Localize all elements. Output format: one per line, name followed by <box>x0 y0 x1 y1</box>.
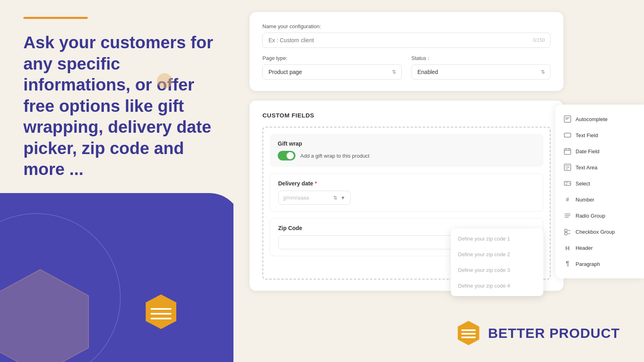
date-dropdown-icon: ▼ <box>341 195 345 201</box>
sidebar-item-text-area[interactable]: Text Area <box>555 159 644 175</box>
gift-wrap-toggle[interactable] <box>278 151 295 160</box>
hero-text: Ask your customers for any specific info… <box>23 32 221 180</box>
delivery-date-title: Delivery date * <box>278 180 535 187</box>
decorative-circle-3 <box>157 73 172 88</box>
brand-hex-icon <box>456 320 481 346</box>
svg-rect-24 <box>565 229 567 232</box>
name-input-wrapper: 0/150 <box>262 33 551 48</box>
autocomplete-icon <box>564 115 572 123</box>
text-field-icon <box>564 131 572 139</box>
zip-dropdown: Define your zip code 1 Define your zip c… <box>451 228 543 296</box>
required-star: * <box>315 180 317 187</box>
date-input[interactable]: jj/mm/aaaa ⇅ ▼ <box>278 191 351 205</box>
number-label: Number <box>576 197 594 203</box>
zip-option-3[interactable]: Define your zip code 3 <box>451 262 543 278</box>
svg-rect-26 <box>565 232 567 235</box>
brand-logo: BETTER PRODUCT <box>456 320 620 346</box>
sidebar-item-select[interactable]: Select <box>555 175 644 191</box>
sidebar-item-number[interactable]: # Number <box>555 191 644 208</box>
char-count: 0/150 <box>533 37 545 43</box>
gift-wrap-title: Gift wrap <box>278 140 535 147</box>
section-title: CUSTOM FIELDS <box>262 112 551 119</box>
purple-background <box>0 193 233 362</box>
select-icon <box>564 179 572 187</box>
paragraph-icon: ¶ <box>564 260 572 268</box>
row-fields: Page type: Product page Cart page Checko… <box>262 55 551 80</box>
select-label: Select <box>576 181 590 187</box>
gift-wrap-widget: Gift wrap Add a gift wrap to this produc… <box>270 134 543 167</box>
name-input[interactable] <box>262 33 551 48</box>
status-select-wrapper: Enabled Disabled <box>411 64 551 80</box>
date-stepper-icon: ⇅ <box>333 195 337 201</box>
sidebar-item-checkbox-group[interactable]: Checkbox Group <box>555 224 644 240</box>
zip-code-input[interactable] <box>278 235 471 249</box>
zip-option-2[interactable]: Define your zip code 2 <box>451 247 543 262</box>
delivery-date-widget: Delivery date * jj/mm/aaaa ⇅ ▼ <box>270 173 543 212</box>
radio-group-label: Radio Group <box>576 213 605 219</box>
autocomplete-label: Autocomplete <box>576 116 608 122</box>
status-group: Status : Enabled Disabled <box>411 55 551 80</box>
toggle-row: Add a gift wrap to this product <box>278 151 535 160</box>
date-field-label: Date Field <box>576 148 599 154</box>
text-area-label: Text Area <box>576 165 597 171</box>
status-select[interactable]: Enabled Disabled <box>411 64 551 80</box>
page-type-select[interactable]: Product page Cart page Checkout page <box>262 64 402 80</box>
svg-rect-9 <box>564 149 571 154</box>
date-field-icon <box>564 147 572 155</box>
text-area-icon <box>564 163 572 171</box>
orange-bar <box>23 17 88 19</box>
paragraph-label: Paragraph <box>576 261 600 267</box>
page-type-select-wrapper: Product page Cart page Checkout page <box>262 64 402 80</box>
zip-option-1[interactable]: Define your zip code 1 <box>451 231 543 247</box>
svg-marker-4 <box>0 269 89 362</box>
number-icon: # <box>564 195 572 204</box>
checkbox-group-label: Checkbox Group <box>576 229 615 235</box>
sidebar-panel: Autocomplete Text Field Date Field Text … <box>555 105 644 278</box>
page-type-group: Page type: Product page Cart page Checko… <box>262 55 402 80</box>
sidebar-item-header[interactable]: H Header <box>555 240 644 256</box>
left-section: Ask your customers for any specific info… <box>0 0 233 362</box>
sidebar-item-date-field[interactable]: Date Field <box>555 143 644 159</box>
name-label: Name your configuration: <box>262 23 551 29</box>
brand-name: BETTER PRODUCT <box>488 325 620 341</box>
radio-group-icon <box>564 212 572 220</box>
header-icon: H <box>564 244 572 252</box>
svg-marker-0 <box>146 294 176 329</box>
status-label: Status : <box>411 55 551 61</box>
sidebar-item-autocomplete[interactable]: Autocomplete <box>555 111 644 127</box>
gift-wrap-toggle-label: Add a gift wrap to this product <box>300 153 369 159</box>
checkbox-group-icon <box>564 228 572 236</box>
config-card: Name your configuration: 0/150 Page type… <box>250 12 564 91</box>
sidebar-item-text-field[interactable]: Text Field <box>555 127 644 143</box>
date-input-text: jj/mm/aaaa <box>283 195 330 201</box>
hex-peach-large <box>0 265 93 362</box>
hex-gold-icon <box>145 294 177 330</box>
sidebar-item-paragraph[interactable]: ¶ Paragraph <box>555 256 644 272</box>
page-type-label: Page type: <box>262 55 402 61</box>
sidebar-item-radio-group[interactable]: Radio Group <box>555 208 644 224</box>
header-label: Header <box>576 245 593 251</box>
svg-rect-8 <box>564 133 571 137</box>
zip-option-4[interactable]: Define your zip code 4 <box>451 278 543 294</box>
text-field-label: Text Field <box>576 132 598 138</box>
